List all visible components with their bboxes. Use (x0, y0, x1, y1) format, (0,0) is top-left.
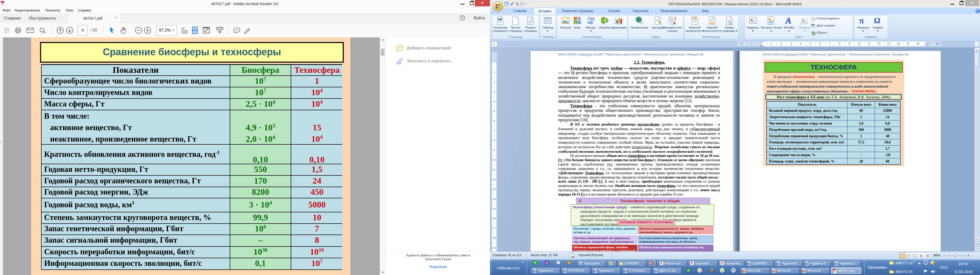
svg-text:A: A (785, 16, 791, 25)
svg-text:P: P (743, 270, 744, 272)
svg-text:P: P (803, 270, 804, 272)
svg-text:P: P (773, 270, 774, 272)
svg-text:A: A (750, 18, 753, 22)
svg-text:#: # (730, 22, 731, 24)
svg-text:M: M (732, 269, 735, 272)
svg-text:@: @ (698, 269, 701, 272)
svg-text:!: ! (933, 262, 934, 265)
svg-text:A: A (800, 17, 805, 24)
